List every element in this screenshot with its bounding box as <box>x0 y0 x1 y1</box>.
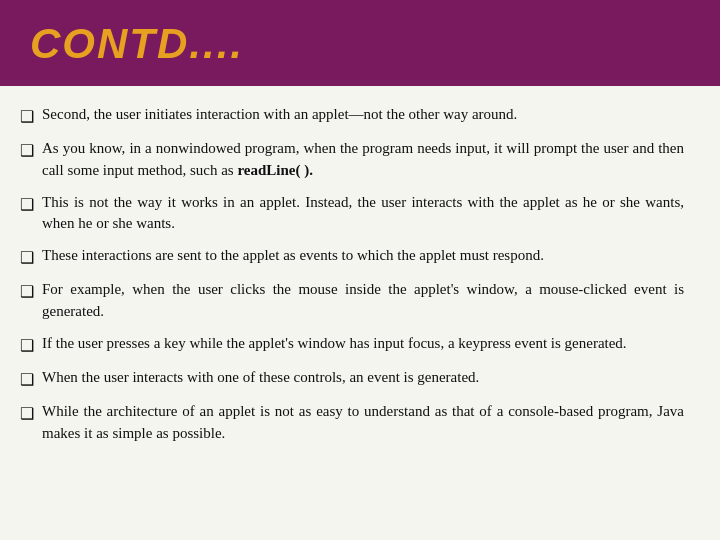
bullet-text-2: As you know, in a nonwindowed program, w… <box>42 138 684 182</box>
bullet-marker-3: ❑ <box>20 193 42 216</box>
bullet-marker-5: ❑ <box>20 280 42 303</box>
bullet-item-4: ❑ These interactions are sent to the app… <box>20 245 684 269</box>
bold-readline: readLine( ). <box>237 162 313 178</box>
bullet-text-3: This is not the way it works in an apple… <box>42 192 684 236</box>
bullet-text-7: When the user interacts with one of thes… <box>42 367 684 389</box>
content-area: ❑ Second, the user initiates interaction… <box>0 86 720 540</box>
bullet-item-7: ❑ When the user interacts with one of th… <box>20 367 684 391</box>
bullet-text-5: For example, when the user clicks the mo… <box>42 279 684 323</box>
bullet-marker-8: ❑ <box>20 402 42 425</box>
bullet-item-5: ❑ For example, when the user clicks the … <box>20 279 684 323</box>
bullet-item-2: ❑ As you know, in a nonwindowed program,… <box>20 138 684 182</box>
bullet-item-1: ❑ Second, the user initiates interaction… <box>20 104 684 128</box>
bullet-item-3: ❑ This is not the way it works in an app… <box>20 192 684 236</box>
bullet-marker-1: ❑ <box>20 105 42 128</box>
bullet-item-6: ❑ If the user presses a key while the ap… <box>20 333 684 357</box>
bullet-text-6: If the user presses a key while the appl… <box>42 333 684 355</box>
bullet-marker-2: ❑ <box>20 139 42 162</box>
slide: CONTD.... ❑ Second, the user initiates i… <box>0 0 720 540</box>
bullet-marker-7: ❑ <box>20 368 42 391</box>
bullet-marker-6: ❑ <box>20 334 42 357</box>
bullet-text-1: Second, the user initiates interaction w… <box>42 104 684 126</box>
bullet-marker-4: ❑ <box>20 246 42 269</box>
bullet-item-8: ❑ While the architecture of an applet is… <box>20 401 684 445</box>
bullet-text-4: These interactions are sent to the apple… <box>42 245 684 267</box>
bullet-text-8: While the architecture of an applet is n… <box>42 401 684 445</box>
slide-title: CONTD.... <box>30 20 690 68</box>
